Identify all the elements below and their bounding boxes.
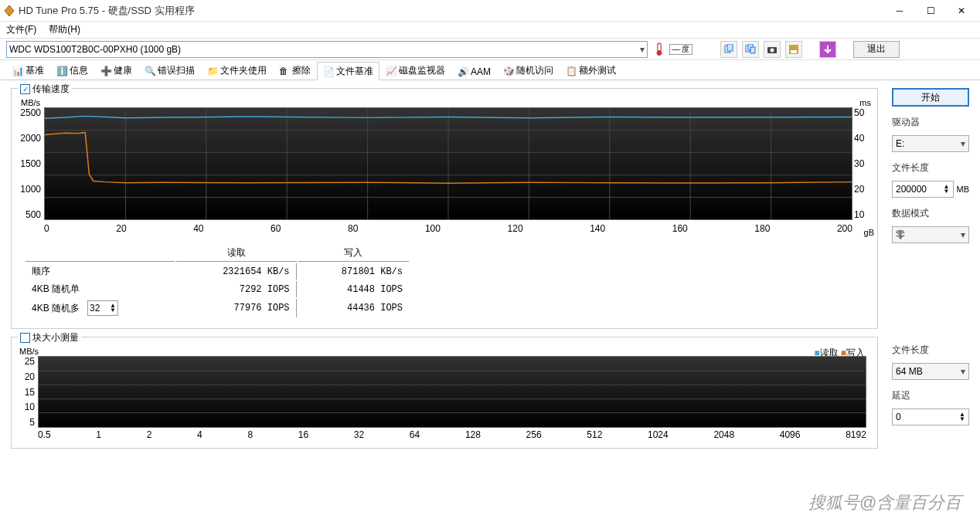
filelen-input[interactable]: 200000▲▼ [892, 181, 954, 198]
dice-icon: 🎲 [503, 66, 514, 76]
chart1-yaxis-right: 5040302010 [854, 107, 871, 220]
health-icon: ➕ [100, 66, 111, 76]
drive-letter-select[interactable]: E:▾ [892, 135, 969, 152]
filelen2-select[interactable]: 64 MB▾ [892, 363, 969, 380]
tab-diskmon[interactable]: 📈磁盘监视器 [379, 61, 451, 80]
copy-button[interactable] [720, 41, 737, 58]
tab-aam[interactable]: 🔊AAM [451, 63, 497, 80]
chart1-xaxis: 020406080100120140160180200 [44, 223, 852, 237]
chart1-yaxis-left: 2500200015001000500 [18, 107, 41, 220]
chevron-down-icon: ▾ [961, 366, 965, 377]
tab-benchmark[interactable]: 📊基准 [6, 61, 50, 80]
drive-selector[interactable]: WDC WDS100T2B0C-00PXH0 (1000 gB) ▾ [6, 41, 648, 58]
block-size-label: 块大小测量 [32, 331, 79, 344]
exit-button[interactable]: 退出 [853, 41, 900, 58]
app-icon [3, 5, 15, 17]
maximize-button[interactable]: ☐ [915, 2, 946, 20]
copy-all-button[interactable] [742, 41, 759, 58]
chart2-xaxis: 0.512481632641282565121024204840968192 [38, 429, 866, 443]
filelen-label: 文件长度 [892, 161, 969, 175]
chart2-ylabel: MB/s [19, 347, 39, 356]
monitor-icon: 📈 [386, 66, 396, 76]
menu-help[interactable]: 帮助(H) [49, 23, 80, 36]
options-button[interactable] [819, 41, 836, 58]
menu-file[interactable]: 文件(F) [6, 23, 36, 36]
chart1-xunit: gB [864, 228, 874, 237]
save-button[interactable] [785, 41, 802, 58]
tab-erase[interactable]: 🗑擦除 [273, 61, 317, 80]
results-table: 读取写入 顺序2321654 KB/s871801 KB/s 4KB 随机单72… [24, 243, 410, 319]
gauge-icon: 📊 [12, 66, 23, 76]
folder-icon: 📁 [207, 66, 218, 76]
transfer-speed-checkbox[interactable]: ✓ [20, 84, 30, 94]
file-icon: 📄 [323, 66, 334, 77]
svg-point-9 [771, 48, 774, 52]
delay-input[interactable]: 0▲▼ [892, 408, 969, 425]
svg-rect-4 [727, 44, 733, 51]
chevron-down-icon: ▾ [961, 229, 965, 240]
window-title: HD Tune Pro 5.75 - 硬盘/SSD 实用程序 [19, 4, 195, 18]
tab-extra[interactable]: 📋额外测试 [560, 61, 622, 80]
tab-random[interactable]: 🎲随机访问 [497, 61, 560, 80]
svg-marker-0 [5, 5, 14, 16]
tab-info[interactable]: ℹ️信息 [50, 61, 94, 80]
transfer-speed-label: 传输速度 [32, 83, 70, 96]
queue-depth-input[interactable]: 32▲▼ [87, 300, 118, 316]
temperature-indicator: — 度 [652, 42, 692, 56]
transfer-speed-section: ✓ 传输速度 MB/s ms 2500200015001000500 50403… [11, 88, 878, 329]
mode-select[interactable]: 零▾ [892, 226, 969, 243]
tab-health[interactable]: ➕健康 [94, 61, 138, 80]
svg-point-2 [657, 50, 662, 56]
chevron-down-icon: ▾ [640, 44, 645, 55]
drive-selector-value: WDC WDS100T2B0C-00PXH0 (1000 gB) [9, 44, 181, 55]
chart1-ylabel-right: ms [859, 98, 871, 107]
screenshot-button[interactable] [764, 41, 781, 58]
extra-icon: 📋 [566, 66, 577, 76]
block-size-checkbox[interactable] [20, 333, 30, 343]
mode-label: 数据模式 [892, 207, 969, 220]
watermark: 搜狐号@含量百分百 [808, 491, 961, 514]
thermometer-icon [652, 42, 666, 56]
svg-rect-11 [791, 50, 797, 53]
start-button[interactable]: 开始 [892, 88, 969, 107]
tab-errorscan[interactable]: 🔍错误扫描 [138, 61, 201, 80]
speaker-icon: 🔊 [458, 66, 468, 77]
chart1-plot [44, 107, 852, 220]
drive-label: 驱动器 [892, 116, 969, 129]
delay-label: 延迟 [892, 389, 969, 402]
svg-rect-1 [658, 43, 662, 51]
block-size-section: 块大小测量 MB/s ■读取 ■写入 252015105 [11, 337, 878, 449]
close-button[interactable]: ✕ [946, 2, 977, 20]
filelen2-label: 文件长度 [892, 344, 969, 357]
chevron-down-icon: ▾ [961, 138, 965, 149]
tab-folder[interactable]: 📁文件夹使用 [201, 61, 273, 80]
trash-icon: 🗑 [279, 66, 290, 76]
svg-rect-7 [750, 47, 755, 53]
info-icon: ℹ️ [56, 66, 67, 76]
search-icon: 🔍 [145, 66, 155, 76]
chart1-ylabel-left: MB/s [21, 98, 40, 107]
minimize-button[interactable]: ─ [884, 2, 915, 20]
tab-filebench[interactable]: 📄文件基准 [317, 62, 379, 80]
chart2-plot [38, 356, 866, 428]
chart2-yaxis: 252015105 [18, 356, 35, 428]
